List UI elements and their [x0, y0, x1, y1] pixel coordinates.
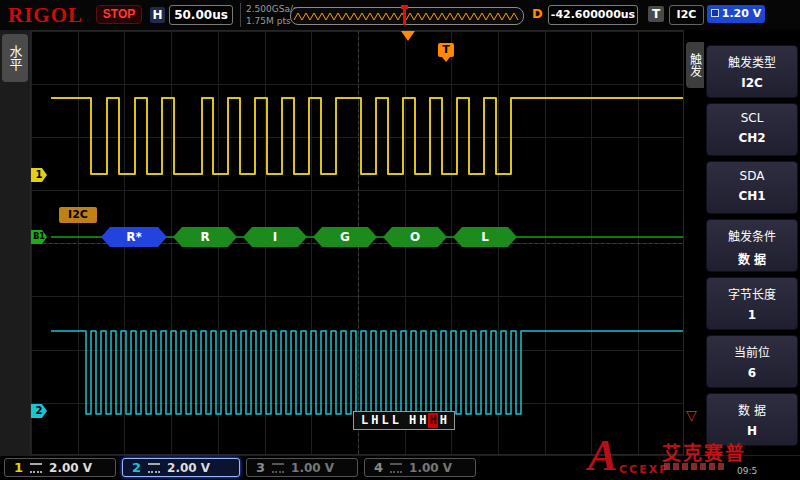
decode-bubble-4: G: [313, 227, 377, 247]
decode-bus-label: I2C: [59, 207, 97, 223]
delay-label: D: [532, 6, 543, 21]
pattern-bit-4: H: [408, 413, 417, 428]
decode-bubble-5: O: [383, 227, 447, 247]
trigger-level-icon: [711, 9, 719, 17]
horizontal-position-bar[interactable]: [290, 7, 524, 25]
menu-item-value: I2C: [707, 76, 797, 90]
decode-bubble-2: R: [173, 227, 237, 247]
timebase-box[interactable]: 50.00us: [169, 5, 233, 25]
trigger-pattern-box: LHLLHHHH: [353, 411, 455, 430]
menu-item-value: 数 据: [707, 250, 797, 267]
trigger-position-marker[interactable]: [403, 7, 406, 25]
channel-1-box[interactable]: 12.00 V: [4, 458, 116, 477]
horizontal-label: H: [150, 7, 165, 23]
horizontal-menu-tab[interactable]: 水平: [2, 34, 28, 82]
decode-bubble-3: I: [243, 227, 307, 247]
pattern-bit-0: L: [360, 413, 369, 428]
menu-item-value: CH1: [707, 189, 797, 203]
trigger-menu-tab[interactable]: 触发: [686, 42, 704, 88]
menu-item-label: 触发条件: [707, 227, 797, 244]
menu-item-6[interactable]: 当前位6: [706, 335, 798, 388]
menu-item-label: SDA: [707, 169, 797, 183]
menu-item-label: 当前位: [707, 343, 797, 360]
channel-2-box[interactable]: 22.00 V: [122, 458, 240, 477]
channel-number: 2: [132, 460, 141, 475]
pattern-bit-3: L: [391, 413, 400, 428]
run-state-button[interactable]: STOP: [96, 5, 142, 24]
menu-item-value: CH2: [707, 131, 797, 145]
channel-3-box[interactable]: 31.00 V: [246, 458, 358, 477]
pattern-bit-2: L: [380, 413, 389, 428]
channel-scale: 1.00 V: [409, 461, 452, 475]
menu-item-value: 1: [707, 308, 797, 322]
trigger-level-box[interactable]: 1.20 V: [707, 5, 765, 23]
channel-number: 3: [256, 460, 265, 475]
decode-bubble-6: L: [453, 227, 517, 247]
ch1-waveform: [51, 98, 683, 174]
clock-text: 09:5: [737, 466, 757, 476]
pattern-bit-1: H: [370, 413, 379, 428]
menu-item-1[interactable]: 触发类型I2C: [706, 45, 798, 98]
trigger-type-box[interactable]: I2C: [669, 5, 704, 25]
trigger-position-icon[interactable]: [401, 31, 415, 41]
decode-bubble-1: R*: [101, 227, 167, 247]
right-strip: 触发 ▽: [684, 30, 704, 455]
coupling-icon: [390, 463, 402, 473]
trigger-level-indicator-icon: ▽: [686, 408, 697, 422]
trigger-level-value: 1.20 V: [722, 7, 761, 20]
channel-scale: 1.00 V: [291, 461, 334, 475]
top-bar: RIGOL STOP H 50.00us 2.500GSa/s 1.75M pt…: [0, 0, 800, 31]
oscilloscope-screen: RIGOL STOP H 50.00us 2.500GSa/s 1.75M pt…: [0, 0, 800, 480]
bottom-bar: 09:5 12.00 V22.00 V31.00 V41.00 V: [0, 455, 800, 480]
trigger-level-flag[interactable]: T: [438, 43, 454, 57]
channel-scale: 2.00 V: [167, 461, 210, 475]
channel-number: 4: [374, 460, 383, 475]
menu-item-3[interactable]: SDACH1: [706, 161, 798, 214]
menu-item-7[interactable]: 数 据H: [706, 393, 798, 446]
menu-item-value: H: [707, 424, 797, 438]
ch2-waveform: [51, 331, 683, 414]
menu-item-value: 6: [707, 366, 797, 380]
menu-item-2[interactable]: SCLCH2: [706, 103, 798, 156]
coupling-icon: [30, 463, 42, 473]
trigger-menu: 触发类型I2CSCLCH2SDACH1触发条件数 据字节长度1当前位6数 据H: [704, 30, 800, 455]
coupling-icon: [148, 463, 160, 473]
coupling-icon: [272, 463, 284, 473]
channel-scale: 2.00 V: [49, 461, 92, 475]
menu-item-label: 触发类型: [707, 53, 797, 70]
channel-number: 1: [14, 460, 23, 475]
channel-4-box[interactable]: 41.00 V: [364, 458, 476, 477]
delay-value-box: -42.600000us: [548, 5, 638, 25]
waveform-thumbnail: [291, 8, 521, 24]
menu-item-label: 数 据: [707, 401, 797, 418]
menu-item-4[interactable]: 触发条件数 据: [706, 219, 798, 272]
trigger-status-icon: T: [648, 6, 664, 22]
menu-item-label: SCL: [707, 111, 797, 125]
pattern-bit-5: H: [418, 413, 427, 428]
brand-logo: RIGOL: [8, 3, 83, 28]
pattern-bit-6: H: [428, 413, 437, 428]
pattern-bit-7: H: [439, 413, 448, 428]
waveform-display: I2C R*RIGOL 1 B1 2 T LHLLHHHH: [30, 30, 684, 455]
left-sidebar: 水平: [0, 30, 30, 455]
menu-item-label: 字节长度: [707, 285, 797, 302]
menu-item-5[interactable]: 字节长度1: [706, 277, 798, 330]
